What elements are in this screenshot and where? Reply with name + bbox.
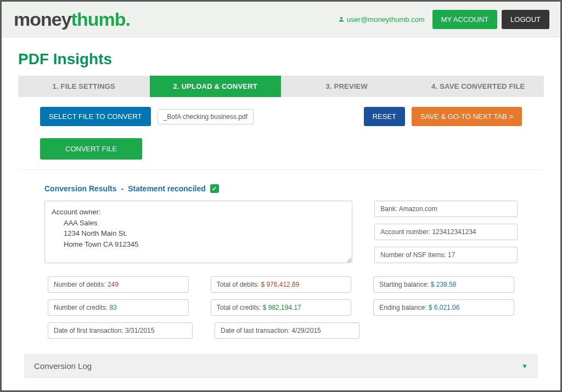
owner-city: Home Town CA 912345 bbox=[52, 239, 345, 250]
last-tx-value: 4/29/2015 bbox=[291, 327, 321, 334]
bank-value: Amazon.com bbox=[399, 205, 437, 213]
reset-button[interactable]: RESET bbox=[364, 107, 405, 126]
log-title: Conversion Log bbox=[34, 361, 92, 371]
bank-field: Bank: Amazon.com bbox=[374, 201, 518, 217]
page-title: PDF Insights bbox=[18, 50, 544, 68]
nsf-label: Number of NSF Items: bbox=[380, 251, 448, 259]
results-heading-left: Conversion Results bbox=[44, 184, 116, 193]
debits-n-label: Number of debits: bbox=[54, 281, 108, 288]
logout-button[interactable]: LOGOUT bbox=[502, 10, 549, 29]
credits-t-value: $ 982,194.17 bbox=[263, 304, 301, 311]
chevron-down-icon: ▼ bbox=[521, 362, 528, 370]
ending-balance-field: Ending balance: $ 6,021.06 bbox=[373, 299, 514, 316]
conversion-log-toggle[interactable]: Conversion Log ▼ bbox=[25, 354, 537, 378]
last-tx-label: Date of last transaction: bbox=[221, 327, 291, 334]
nsf-value: 17 bbox=[448, 251, 455, 259]
owner-name: AAA Sales bbox=[52, 218, 345, 229]
actions-row: SELECT FILE TO CONVERT _BofA checking bu… bbox=[18, 97, 544, 132]
account-owner-box: Account owner: AAA Sales 1234 North Main… bbox=[44, 201, 352, 263]
num-debits-field: Number of debits: 249 bbox=[48, 276, 189, 293]
credits-n-label: Number of credits: bbox=[54, 304, 109, 311]
debits-t-label: Total of debits: bbox=[217, 281, 261, 288]
starting-balance-field: Starting balance: $ 239.58 bbox=[373, 276, 514, 293]
save-next-button[interactable]: SAVE & GO-TO NEXT TAB > bbox=[412, 107, 522, 126]
nsf-items-field: Number of NSF Items: 17 bbox=[374, 247, 518, 263]
logo-money: money bbox=[14, 9, 71, 30]
selected-filename: _BofA checking business.pdf bbox=[158, 109, 254, 124]
owner-label: Account owner: bbox=[52, 207, 345, 218]
tab-save-converted[interactable]: 4. SAVE CONVERTED FILE bbox=[413, 76, 544, 97]
tab-upload-convert[interactable]: 2. UPLOAD & CONVERT bbox=[150, 76, 282, 97]
acct-label: Account number: bbox=[380, 228, 432, 236]
end-bal-label: Ending balance: bbox=[379, 304, 428, 311]
logo: moneythumb. bbox=[14, 9, 130, 30]
results-dash: - bbox=[121, 184, 123, 193]
bank-label: Bank: bbox=[380, 205, 398, 213]
credits-t-label: Total of credits: bbox=[217, 304, 263, 311]
results-heading-right: Statement reconciled bbox=[128, 184, 206, 193]
logo-thumb: thumb bbox=[71, 9, 126, 30]
acct-value: 123412341234 bbox=[432, 228, 476, 236]
topbar: moneythumb. user@moneythumb.com MY ACCOU… bbox=[2, 2, 560, 37]
credits-n-value: 83 bbox=[109, 304, 116, 311]
svg-point-0 bbox=[340, 17, 342, 19]
tab-file-settings[interactable]: 1. FILE SETTINGS bbox=[18, 76, 150, 97]
last-transaction-field: Date of last transaction: 4/29/2015 bbox=[215, 322, 359, 339]
account-number-field: Account number: 123412341234 bbox=[374, 224, 518, 240]
debits-t-value: $ 976,412.69 bbox=[261, 281, 299, 288]
owner-street: 1234 North Main St. bbox=[52, 228, 345, 239]
reconciled-check-icon: ✓ bbox=[210, 184, 219, 193]
user-email[interactable]: user@moneythumb.com bbox=[338, 15, 425, 24]
my-account-button[interactable]: MY ACCOUNT bbox=[432, 10, 497, 29]
user-email-text: user@moneythumb.com bbox=[347, 15, 425, 24]
num-credits-field: Number of credits: 83 bbox=[48, 299, 189, 316]
start-bal-label: Starting balance: bbox=[379, 281, 430, 288]
convert-file-button[interactable]: CONVERT FILE bbox=[40, 138, 142, 160]
start-bal-value: $ 239.58 bbox=[431, 281, 457, 288]
conversion-results: Conversion Results - Statement reconcile… bbox=[18, 170, 544, 339]
first-transaction-field: Date of first transaction: 3/31/2015 bbox=[48, 322, 193, 339]
total-debits-field: Total of debits: $ 976,412.69 bbox=[211, 276, 352, 293]
select-file-button[interactable]: SELECT FILE TO CONVERT bbox=[40, 107, 151, 126]
logo-dot: . bbox=[125, 9, 130, 30]
end-bal-value: $ 6,021.06 bbox=[429, 304, 460, 311]
debits-n-value: 249 bbox=[108, 281, 119, 288]
wizard-tabs: 1. FILE SETTINGS 2. UPLOAD & CONVERT 3. … bbox=[18, 76, 544, 97]
user-icon bbox=[338, 16, 345, 22]
results-header: Conversion Results - Statement reconcile… bbox=[44, 184, 518, 193]
tab-preview[interactable]: 3. PREVIEW bbox=[281, 76, 413, 97]
first-tx-label: Date of first transaction: bbox=[54, 327, 125, 334]
first-tx-value: 3/31/2015 bbox=[125, 327, 154, 334]
total-credits-field: Total of credits: $ 982,194.17 bbox=[211, 299, 352, 316]
